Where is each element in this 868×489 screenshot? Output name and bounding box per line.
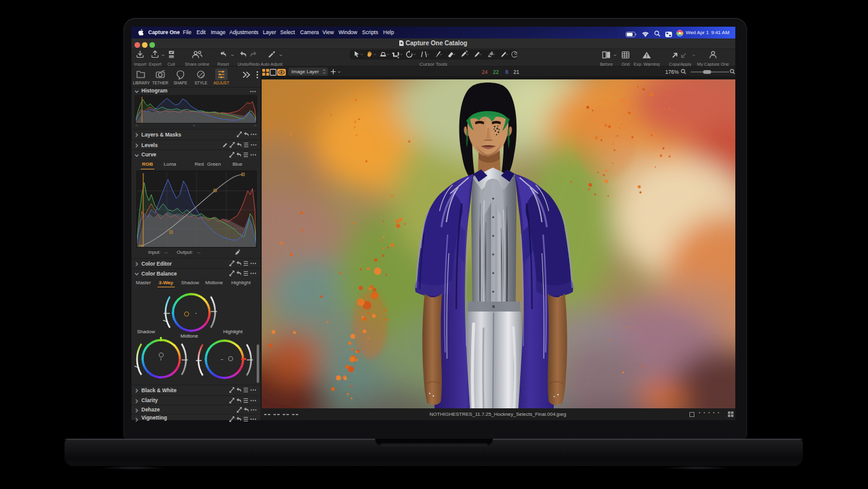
svg-text:ADJUST: ADJUST [213,81,229,85]
svg-text:LIBRARY: LIBRARY [133,81,150,85]
svg-text:TETHER: TETHER [153,81,169,85]
svg-text:STYLE: STYLE [195,81,208,85]
svg-text:SHAPE: SHAPE [174,81,188,85]
